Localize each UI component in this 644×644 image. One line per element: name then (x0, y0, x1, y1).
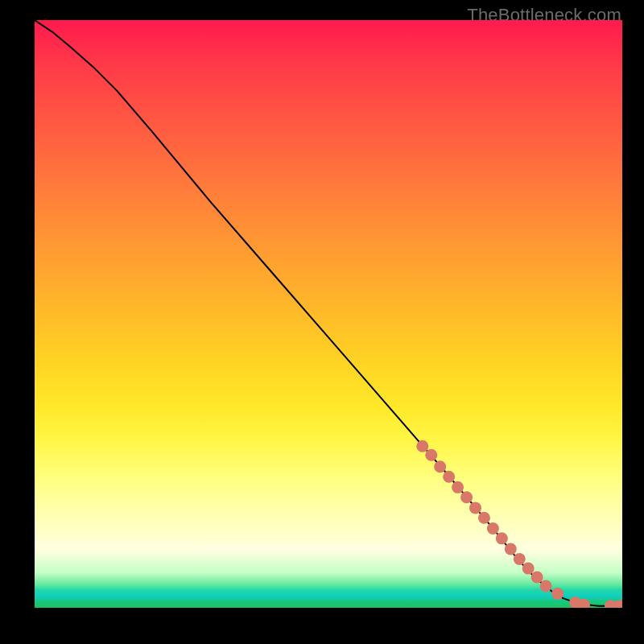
svg-point-2 (434, 460, 446, 473)
svg-point-8 (487, 522, 499, 535)
svg-point-11 (514, 553, 526, 565)
svg-point-19 (613, 600, 622, 608)
svg-point-12 (522, 563, 535, 575)
svg-point-7 (478, 512, 490, 524)
svg-point-4 (452, 481, 464, 493)
plot-area (35, 20, 622, 608)
svg-point-14 (540, 580, 552, 592)
svg-point-5 (460, 491, 473, 503)
chart-frame: TheBottleneck.com (0, 0, 644, 644)
svg-point-9 (496, 532, 508, 544)
svg-point-13 (531, 572, 543, 584)
svg-point-0 (416, 440, 428, 452)
svg-point-3 (443, 471, 455, 483)
curve-markers (416, 440, 622, 608)
svg-point-1 (425, 449, 437, 461)
svg-point-6 (469, 502, 481, 514)
chart-svg (35, 20, 622, 608)
svg-point-10 (505, 543, 517, 555)
curve-line (35, 20, 622, 606)
svg-point-15 (551, 588, 564, 600)
